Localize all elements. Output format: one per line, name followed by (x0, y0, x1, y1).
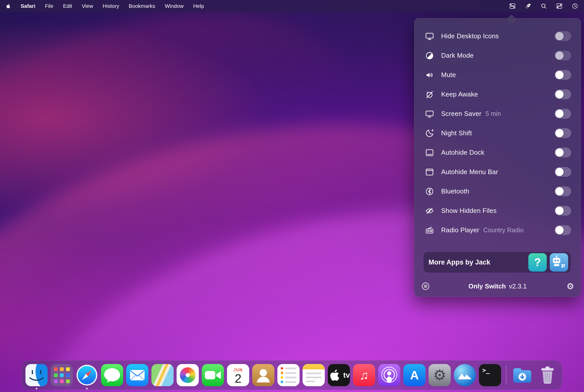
toggle-autohide-dock[interactable] (555, 148, 571, 157)
help-app-button[interactable]: ? (528, 253, 547, 272)
gear-icon: ⚙ (433, 368, 446, 382)
reminders-icon (277, 364, 300, 386)
contacts-icon (252, 364, 274, 386)
dock-contacts[interactable] (252, 364, 275, 386)
desktop-monitor-icon (425, 32, 437, 41)
dock-facetime[interactable] (202, 364, 224, 386)
dock-messages[interactable] (101, 364, 123, 386)
dock-photos[interactable] (176, 364, 199, 386)
apple-menu[interactable] (6, 3, 11, 9)
toggle-night-shift[interactable] (555, 128, 571, 138)
dock-mail[interactable] (126, 364, 149, 386)
settings-button[interactable]: ⚙ (567, 282, 574, 290)
menu-history[interactable]: History (103, 3, 119, 9)
toggle-label: Mute (441, 71, 456, 79)
only-switch-menubar-icon[interactable] (509, 3, 516, 10)
gear-icon: ⚙ (567, 281, 574, 291)
dock-safari[interactable] (76, 364, 98, 386)
terminal-icon: >_ (479, 364, 501, 386)
row-dark-mode: Dark Mode (414, 46, 581, 65)
control-center-menubar-icon[interactable] (556, 3, 563, 10)
toggle-keep-awake[interactable] (555, 89, 571, 99)
bluetooth-icon (425, 187, 437, 196)
mountains-icon (454, 364, 476, 386)
photos-icon (177, 364, 199, 386)
dock-tv[interactable]: tv (328, 364, 350, 386)
dock-icon (425, 148, 437, 157)
rocket-menubar-icon[interactable] (525, 3, 532, 10)
dock-settings[interactable]: ⚙ (428, 364, 451, 386)
menu-edit[interactable]: Edit (63, 3, 72, 9)
notes-icon (303, 364, 325, 386)
robot-app-button[interactable] (550, 253, 568, 272)
toggle-dark-mode[interactable] (555, 51, 571, 60)
row-radio-player: Radio Player Country Radio (414, 220, 581, 240)
row-autohide-menu-bar: Autohide Menu Bar (414, 162, 581, 182)
robot-icon (551, 254, 567, 270)
row-mute: Mute (414, 65, 581, 85)
toggle-label: Screen Saver (441, 110, 481, 118)
switches-icon (509, 3, 516, 9)
toggle-screen-saver[interactable] (555, 109, 571, 119)
speaker-icon (425, 71, 437, 80)
toggle-hide-desktop-icons[interactable] (555, 31, 571, 41)
eye-slash-icon (425, 206, 437, 215)
only-switch-panel: Hide Desktop Icons Dark Mode Mute (414, 18, 581, 297)
app-name: Only Switch (468, 282, 506, 290)
dock-music[interactable]: ♫ (353, 364, 375, 386)
maps-icon (151, 364, 174, 386)
dock-maps[interactable] (151, 364, 174, 386)
dark-mode-icon (425, 51, 437, 60)
dock-trash[interactable] (536, 364, 559, 386)
toggle-label: Radio Player (441, 226, 479, 234)
music-note-icon: ♫ (360, 368, 369, 382)
toggle-mute[interactable] (555, 70, 571, 80)
tv-label: tv (343, 371, 350, 379)
toggle-label: Bluetooth (441, 187, 469, 195)
desktop: Safari File Edit View History Bookmarks … (0, 0, 584, 392)
dock-launchpad[interactable] (50, 364, 73, 386)
dock-terminal[interactable]: >_ (479, 364, 501, 386)
menu-help[interactable]: Help (193, 3, 204, 9)
more-apps-bar: More Apps by Jack ? (424, 252, 571, 273)
blue-app-icon (454, 364, 476, 386)
downloads-folder-icon (511, 364, 533, 386)
calendar-day: 2 (235, 372, 242, 385)
toggle-show-hidden-files[interactable] (555, 206, 571, 216)
terminal-prompt: >_ (482, 367, 490, 374)
menu-view[interactable]: View (82, 3, 93, 9)
menu-window[interactable]: Window (165, 3, 184, 9)
dock-reminders[interactable] (277, 364, 300, 386)
dock-podcasts[interactable] (378, 364, 401, 386)
toggle-label: Night Shift (441, 129, 472, 137)
dock-finder[interactable] (25, 364, 48, 386)
screen-saver-icon (425, 109, 437, 118)
messages-icon (101, 364, 123, 386)
hamburger-circle-icon (421, 282, 430, 291)
calendar-icon: JUN 2 (227, 364, 249, 386)
music-icon: ♫ (353, 364, 375, 386)
panel-footer: Only Switch v2.3.1 ⚙ (421, 280, 574, 292)
toggle-radio-player[interactable] (555, 225, 571, 235)
mail-icon (126, 364, 148, 386)
row-autohide-dock: Autohide Dock (414, 143, 581, 162)
menu-bookmarks[interactable]: Bookmarks (129, 3, 155, 9)
dock-appstore[interactable]: A (403, 364, 426, 386)
running-indicator (36, 388, 38, 389)
dock-blue-app[interactable] (453, 364, 476, 386)
dock-calendar[interactable]: JUN 2 (227, 364, 249, 386)
spotlight-menubar-icon[interactable] (540, 3, 547, 10)
menu-file[interactable]: File (45, 3, 53, 9)
toggle-autohide-menu-bar[interactable] (555, 167, 571, 177)
apple-icon (6, 3, 11, 9)
app-title: Only Switch v2.3.1 (421, 282, 574, 290)
active-app-name[interactable]: Safari (21, 3, 35, 9)
toggle-bluetooth[interactable] (555, 186, 571, 196)
question-icon: ? (534, 256, 541, 269)
clock-menubar-icon[interactable] (571, 3, 578, 10)
dock-notes[interactable] (302, 364, 325, 386)
dock-downloads[interactable] (511, 364, 534, 386)
safari-icon (76, 364, 98, 386)
row-keep-awake: Keep Awake (414, 85, 581, 104)
menu-list-button[interactable] (421, 282, 430, 291)
